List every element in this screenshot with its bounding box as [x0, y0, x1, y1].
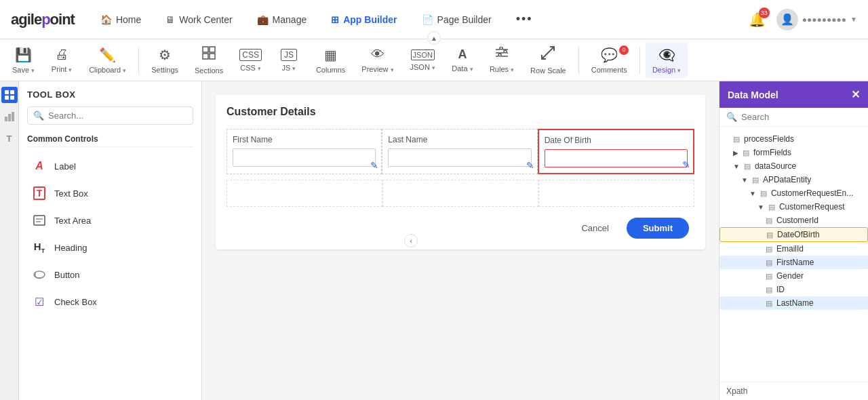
dm-gender[interactable]: ▤ Gender	[719, 269, 868, 283]
css-icon: CSS	[239, 49, 262, 61]
first-name-edit-btn[interactable]: ✎	[370, 160, 378, 171]
svg-rect-3	[210, 54, 215, 59]
monitor-icon: 🖥	[165, 14, 175, 25]
dm-customer-request[interactable]: ▼ ▤ CustomerRequest	[719, 200, 868, 214]
toolbox-search-icon: 🔍	[33, 111, 44, 121]
form-field-last-name[interactable]: Last Name ✎	[382, 129, 537, 174]
panel-collapse-btn[interactable]: ‹	[404, 234, 418, 247]
grid-icon: ⊞	[331, 14, 339, 25]
sidebar-toolbox-btn[interactable]	[1, 87, 18, 103]
empty-drop-zone-1[interactable]	[226, 180, 382, 207]
tool-label[interactable]: A Label	[27, 153, 193, 180]
data-label: Data ▾	[452, 64, 473, 73]
common-controls-title: Common Controls	[27, 134, 193, 147]
sections-icon	[201, 45, 216, 64]
toolbar-preview[interactable]: 👁 Preview ▾	[355, 43, 400, 78]
user-profile[interactable]: 👤 ●●●●●●●●● ▼	[776, 9, 857, 31]
last-name-edit-btn[interactable]: ✎	[526, 160, 534, 171]
date-of-birth-edit-btn[interactable]: ✎	[682, 159, 690, 170]
date-of-birth-input[interactable]	[545, 149, 688, 167]
sidebar-chart-btn[interactable]	[1, 108, 18, 125]
toolbar-sections[interactable]: Sections	[188, 43, 230, 78]
toolbar-collapse-btn[interactable]: ▲	[427, 31, 441, 45]
form-field-date-of-birth[interactable]: Date Of Birth ✎	[538, 129, 694, 174]
notifications-bell[interactable]: 🔔 33	[749, 12, 766, 28]
tool-text-box[interactable]: T Text Box	[27, 180, 193, 207]
date-of-birth-dm-label: DateOfBirth	[777, 230, 820, 239]
data-model-close-btn[interactable]: ✕	[851, 88, 860, 101]
ap-data-entity-icon: ▤	[752, 176, 759, 184]
svg-rect-5	[5, 90, 9, 94]
toolbar-design[interactable]: 👁‍🗨 Design ▾	[646, 43, 688, 78]
toolbar-css[interactable]: CSS CSS ▾	[233, 43, 269, 78]
dm-search-input[interactable]	[741, 112, 861, 122]
toolbar-data[interactable]: A Data ▾	[445, 43, 480, 78]
svg-rect-7	[5, 96, 9, 100]
dm-email-id[interactable]: ▤ EmailId	[719, 242, 868, 256]
toolbar-json[interactable]: JSON JSON ▾	[403, 43, 442, 78]
tool-check-box[interactable]: ☑ Check Box	[27, 288, 193, 315]
clipboard-icon: ✏️	[99, 47, 116, 63]
toolbar-js[interactable]: JS JS ▾	[271, 43, 307, 78]
process-fields-label: processFields	[744, 134, 794, 144]
svg-rect-10	[8, 114, 11, 121]
ap-data-entity-label: APDataEntity	[763, 175, 811, 184]
dm-date-of-birth[interactable]: ▤ DateOfBirth	[719, 227, 868, 242]
nav-work-center[interactable]: 🖥 Work Center	[156, 9, 241, 31]
dm-first-name[interactable]: ▤ FirstName	[719, 256, 868, 269]
nav-more[interactable]: •••	[507, 7, 542, 32]
dm-ap-data-entity[interactable]: ▼ ▤ APDataEntity	[719, 173, 868, 186]
empty-drop-zone-3[interactable]	[538, 180, 694, 207]
customer-request-en-arrow: ▼	[749, 190, 756, 197]
divider-2	[578, 47, 579, 74]
nav-page-builder[interactable]: 📄 Page Builder	[412, 9, 501, 31]
js-label: JS ▾	[281, 64, 296, 72]
nav-manage[interactable]: 💼 Manage	[248, 9, 317, 31]
toolbar-settings[interactable]: ⚙ Settings	[144, 43, 185, 78]
toolbar-columns[interactable]: ▦ Columns	[309, 43, 352, 78]
toolbar-print[interactable]: 🖨 Print ▾	[44, 43, 79, 78]
toolbar-comments[interactable]: 💬 0 Comments	[585, 43, 634, 78]
tool-text-area[interactable]: Text Area	[27, 207, 193, 234]
dm-last-name[interactable]: ▤ LastName	[719, 296, 868, 310]
dm-process-fields[interactable]: ▤ processFields	[719, 132, 868, 146]
toolbar-row-scale[interactable]: Row Scale	[524, 43, 573, 78]
sidebar-user-btn[interactable]: T	[1, 130, 18, 146]
js-icon: JS	[281, 49, 297, 61]
first-name-input[interactable]	[233, 148, 376, 167]
dm-customer-id[interactable]: ▤ CustomerId	[719, 214, 868, 227]
tool-heading[interactable]: HT Heading	[27, 234, 193, 261]
empty-drop-zone-2[interactable]	[382, 180, 538, 207]
email-id-icon: ▤	[766, 245, 772, 254]
gender-icon: ▤	[766, 272, 772, 281]
dm-id[interactable]: ▤ ID	[719, 283, 868, 296]
tool-button[interactable]: Button	[27, 261, 193, 288]
cancel-button[interactable]: Cancel	[570, 218, 619, 239]
form-field-first-name[interactable]: First Name ✎	[226, 129, 382, 174]
design-label: Design ▾	[652, 66, 681, 74]
main-layout: T TOOL BOX 🔍 Common Controls A Label T T…	[0, 81, 868, 400]
dm-search-container: 🔍	[719, 108, 868, 127]
tool-heading-text: Heading	[54, 243, 87, 253]
checkbox-icon: ☑	[31, 294, 47, 310]
dm-footer: Xpath	[719, 382, 868, 400]
settings-label: Settings	[151, 66, 178, 74]
toolbar-rules[interactable]: Rules ▾	[483, 43, 521, 78]
dm-form-fields[interactable]: ▶ ▤ formFields	[719, 146, 868, 159]
toolbar-clipboard[interactable]: ✏️ Clipboard ▾	[82, 43, 133, 78]
dm-data-source[interactable]: ▼ ▤ dataSource	[719, 159, 868, 173]
data-model-title: Data Model	[728, 89, 778, 100]
form-fields-label: formFields	[753, 148, 791, 157]
id-icon: ▤	[766, 285, 772, 294]
toolbar-save[interactable]: 💾 Save ▾	[5, 43, 41, 78]
nav-app-builder[interactable]: ⊞ App Builder	[321, 9, 406, 31]
svg-rect-1	[210, 47, 215, 52]
nav-home[interactable]: 🏠 Home	[91, 9, 151, 31]
submit-button[interactable]: Submit	[627, 218, 689, 239]
more-icon: •••	[516, 12, 533, 26]
preview-label: Preview ▾	[361, 65, 393, 73]
toolbox-search-input[interactable]	[48, 111, 187, 121]
dm-customer-request-en[interactable]: ▼ ▤ CustomerRequestEn...	[719, 186, 868, 200]
last-name-input[interactable]	[388, 148, 531, 167]
data-source-arrow: ▼	[733, 163, 740, 170]
